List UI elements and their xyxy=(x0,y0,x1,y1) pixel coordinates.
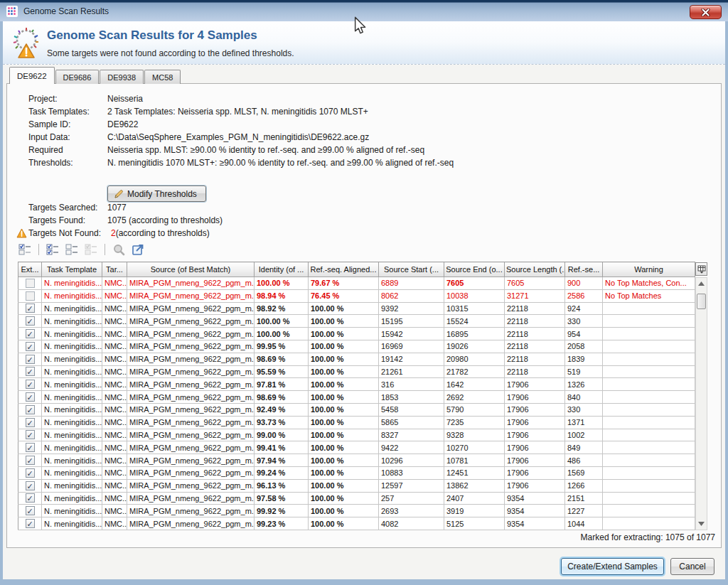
mark-all-icon[interactable] xyxy=(45,242,60,257)
table-row[interactable]: ✓N. meningitidis...NMC...MIRA_PGM_nmeng_… xyxy=(18,315,695,328)
extract-checkbox-unchecked[interactable] xyxy=(26,279,35,288)
cell-length: 9354 xyxy=(505,492,565,505)
col-header-target[interactable]: Tar... xyxy=(102,262,127,277)
table-row[interactable]: ✓N. meningitidis...NMC...MIRA_PGM_nmeng_… xyxy=(18,378,695,391)
cell-target: NMC... xyxy=(102,429,127,441)
cell-start: 21261 xyxy=(379,365,444,378)
tab-de9686[interactable]: DE9686 xyxy=(55,70,100,84)
export-icon[interactable] xyxy=(130,242,146,257)
table-row[interactable]: ✓N. meningitidis...NMC...MIRA_PGM_nmeng_… xyxy=(18,505,695,517)
unmark-all-icon[interactable] xyxy=(64,242,80,257)
extract-checkbox-checked[interactable]: ✓ xyxy=(26,519,35,528)
extract-checkbox-checked[interactable]: ✓ xyxy=(26,506,35,515)
table-row[interactable]: ✓N. meningitidis...NMC...MIRA_PGM_nmeng_… xyxy=(18,340,695,353)
col-header-source-length[interactable]: Source Length (... xyxy=(505,262,565,277)
cell-source: MIRA_PGM_nmeng_9622_pgm_m... xyxy=(127,479,255,492)
table-row[interactable]: N. meningitidis...NMC...MIRA_PGM_nmeng_9… xyxy=(18,289,695,302)
extract-checkbox-checked[interactable]: ✓ xyxy=(26,355,35,364)
cell-aligned: 100.00 % xyxy=(309,466,379,479)
cell-source: MIRA_PGM_nmeng_9622_pgm_m... xyxy=(127,277,255,290)
scroll-down-icon[interactable] xyxy=(697,521,705,527)
extract-checkbox-checked[interactable]: ✓ xyxy=(26,418,35,427)
close-button[interactable] xyxy=(690,5,722,19)
cell-identity: 98.92 % xyxy=(255,302,309,315)
extract-checkbox-checked[interactable]: ✓ xyxy=(26,329,35,338)
extract-checkbox-unchecked[interactable] xyxy=(26,291,35,301)
toggle-extract-mark-icon[interactable] xyxy=(17,242,33,257)
cell-source: MIRA_PGM_nmeng_9622_pgm_m... xyxy=(127,403,255,416)
col-header-task-template[interactable]: Task Template xyxy=(42,262,102,277)
table-row[interactable]: ✓N. meningitidis...NMC...MIRA_PGM_nmeng_… xyxy=(18,353,695,365)
extract-checkbox-checked[interactable]: ✓ xyxy=(26,430,35,439)
col-header-refseq-aligned[interactable]: Ref.-seq. Aligned... xyxy=(309,262,379,277)
vertical-scrollbar[interactable] xyxy=(695,277,707,530)
table-row[interactable]: ✓N. meningitidis...NMC...MIRA_PGM_nmeng_… xyxy=(18,429,695,441)
col-header-refseq[interactable]: Ref.-se... xyxy=(565,262,603,277)
cell-warning: No Top Matches, Con... xyxy=(603,277,695,290)
extract-checkbox-checked[interactable]: ✓ xyxy=(26,456,35,465)
extract-checkbox-checked[interactable]: ✓ xyxy=(26,380,35,389)
cell-refseq: 1266 xyxy=(565,479,603,492)
extract-checkbox-checked[interactable]: ✓ xyxy=(26,443,35,452)
table-row[interactable]: ✓N. meningitidis...NMC...MIRA_PGM_nmeng_… xyxy=(18,454,695,467)
extract-checkbox-checked[interactable]: ✓ xyxy=(26,481,35,490)
cell-task: N. meningitidis... xyxy=(42,466,102,479)
extract-checkbox-checked[interactable]: ✓ xyxy=(26,392,35,402)
tab-mc58[interactable]: MC58 xyxy=(144,70,181,84)
cell-refseq: 1569 xyxy=(565,466,603,479)
cell-target: NMC... xyxy=(102,353,127,365)
cell-target: NMC... xyxy=(102,277,127,290)
column-config-button[interactable] xyxy=(695,262,707,276)
table-row[interactable]: ✓N. meningitidis...NMC...MIRA_PGM_nmeng_… xyxy=(18,517,695,530)
table-row[interactable]: ✓N. meningitidis...NMC...MIRA_PGM_nmeng_… xyxy=(18,416,695,429)
cell-start: 8062 xyxy=(379,289,444,302)
page-title: Genome Scan Results for 4 Samples xyxy=(47,28,257,43)
tab-de9622[interactable]: DE9622 xyxy=(9,67,55,84)
extract-checkbox-checked[interactable]: ✓ xyxy=(26,316,35,326)
extract-checkbox-checked[interactable]: ✓ xyxy=(26,367,35,376)
cell-start: 5865 xyxy=(379,416,444,429)
table-row[interactable]: ✓N. meningitidis...NMC...MIRA_PGM_nmeng_… xyxy=(18,391,695,404)
table-row[interactable]: ✓N. meningitidis...NMC...MIRA_PGM_nmeng_… xyxy=(18,466,695,479)
col-header-identity[interactable]: Identity (of ... xyxy=(255,262,309,277)
col-header-source[interactable]: Source (of Best Match) xyxy=(127,262,255,277)
table-toolbar xyxy=(17,242,146,257)
marked-for-extracting-status: Marked for extracting: 1075 of 1077 xyxy=(581,532,715,542)
cell-identity: 100.00 % xyxy=(255,277,309,290)
cell-length: 31271 xyxy=(505,289,565,302)
results-table: Ext... Task Template Tar... Source (of B… xyxy=(18,262,695,530)
field-label: Project: xyxy=(28,92,107,105)
table-row[interactable]: N. meningitidis...NMC...MIRA_PGM_nmeng_9… xyxy=(18,277,695,290)
table-row[interactable]: ✓N. meningitidis...NMC...MIRA_PGM_nmeng_… xyxy=(18,403,695,416)
threshold-value-2: N. meningitidis 1070 MLST+: ≥90.00 % ide… xyxy=(107,156,454,169)
tab-de9938[interactable]: DE9938 xyxy=(100,70,144,84)
cell-refseq: 1044 xyxy=(565,517,603,530)
col-header-source-end[interactable]: Source End (o... xyxy=(444,262,505,277)
scroll-up-icon[interactable] xyxy=(697,281,705,286)
extract-checkbox-checked[interactable]: ✓ xyxy=(26,468,35,478)
cell-refseq: 900 xyxy=(565,277,603,290)
cell-target: NMC... xyxy=(102,378,127,391)
create-extend-samples-button[interactable]: Create/Extend Samples xyxy=(561,558,664,575)
table-row[interactable]: ✓N. meningitidis...NMC...MIRA_PGM_nmeng_… xyxy=(18,479,695,492)
cancel-button[interactable]: Cancel xyxy=(670,558,714,575)
table-row[interactable]: ✓N. meningitidis...NMC...MIRA_PGM_nmeng_… xyxy=(18,328,695,340)
extract-checkbox-checked[interactable]: ✓ xyxy=(26,405,35,414)
modify-thresholds-button[interactable]: Modify Thresholds xyxy=(107,186,206,202)
title-bar[interactable]: Genome Scan Results xyxy=(0,0,728,21)
cell-warning xyxy=(603,505,695,517)
col-header-extract[interactable]: Ext... xyxy=(18,262,42,277)
extract-checkbox-checked[interactable]: ✓ xyxy=(26,342,35,351)
col-header-warning[interactable]: Warning xyxy=(603,262,695,277)
scrollbar-thumb[interactable] xyxy=(697,294,706,309)
table-row[interactable]: ✓N. meningitidis...NMC...MIRA_PGM_nmeng_… xyxy=(18,492,695,505)
table-row[interactable]: ✓N. meningitidis...NMC...MIRA_PGM_nmeng_… xyxy=(18,441,695,454)
cell-identity: 99.95 % xyxy=(255,340,309,353)
table-row[interactable]: ✓N. meningitidis...NMC...MIRA_PGM_nmeng_… xyxy=(18,302,695,315)
extract-checkbox-checked[interactable]: ✓ xyxy=(26,304,35,313)
cell-refseq: 519 xyxy=(565,365,603,378)
table-row[interactable]: ✓N. meningitidis...NMC...MIRA_PGM_nmeng_… xyxy=(18,365,695,378)
extract-checkbox-checked[interactable]: ✓ xyxy=(26,493,35,503)
cell-start: 15942 xyxy=(379,328,444,340)
col-header-source-start[interactable]: Source Start (... xyxy=(379,262,444,277)
